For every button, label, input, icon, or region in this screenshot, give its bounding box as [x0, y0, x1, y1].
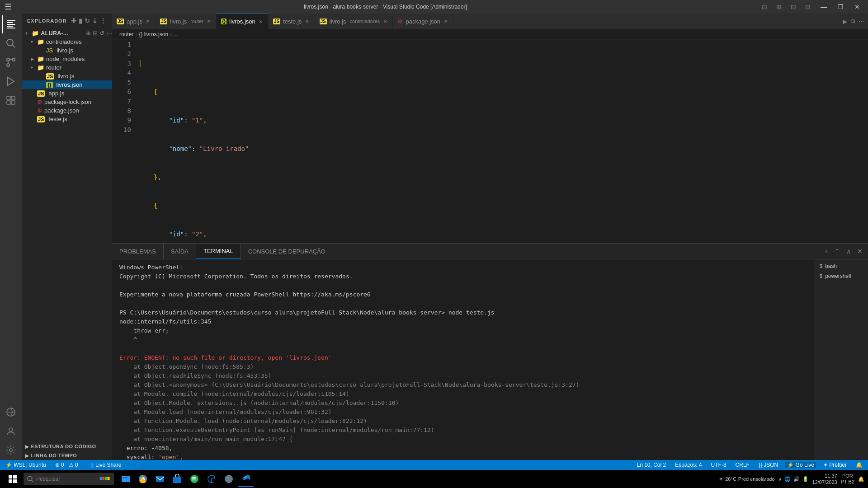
terminal-tab-output[interactable]: SAÍDA — [164, 244, 196, 259]
sidebar-item-package-json[interactable]: ▶ ⚙ package.json — [22, 106, 112, 115]
status-encoding[interactable]: UTF-8 — [709, 462, 728, 468]
code-line-2: { — [138, 87, 841, 97]
status-prettier[interactable]: ✦ Prettier — [821, 462, 849, 468]
tab-livro-js-ctrl-close[interactable]: × — [382, 17, 388, 25]
more-tab-actions[interactable]: ⋯ — [859, 18, 864, 25]
sidebar-item-node-modules[interactable]: ▶ 📁 node_modules — [22, 55, 112, 63]
new-file-btn[interactable]: ⊕ — [86, 30, 91, 37]
project-root-item[interactable]: ▾ 📁 ALURA-... ⊕ ⊞ ↺ ⋯ — [22, 29, 112, 38]
notification-bell[interactable]: 🔔 — [858, 476, 864, 482]
status-errors[interactable]: ⊗ 0 ⚠ 0 — [53, 462, 80, 468]
speaker-icon[interactable]: 🔊 — [793, 476, 800, 482]
sidebar-item-teste-js[interactable]: ▶ JS teste.js — [22, 115, 112, 123]
search-activity-icon[interactable] — [2, 34, 20, 52]
terminal-tab-terminal[interactable]: TERMINAL — [196, 244, 241, 259]
windows-start-button[interactable] — [4, 472, 22, 486]
split-terminal-button[interactable]: ⌃ — [833, 247, 842, 256]
taskbar-search-label: Pesquisar — [36, 476, 60, 482]
timeline-section-header[interactable]: ▶ LINHA DO TEMPO — [22, 451, 112, 460]
breadcrumb-ellipsis[interactable]: ... — [174, 31, 178, 38]
tab-livro-js-router-close[interactable]: × — [206, 17, 212, 25]
terminal-tab-debug-console[interactable]: CONSOLE DE DEPURAÇÃO — [241, 244, 333, 259]
close-terminal-button[interactable]: ✕ — [855, 247, 864, 256]
sidebar-item-livros-json[interactable]: ▶ {} livros.json — [22, 80, 112, 89]
breadcrumb-router[interactable]: router — [119, 31, 133, 38]
remote-activity-icon[interactable] — [2, 403, 20, 421]
debug-activity-icon[interactable] — [2, 72, 20, 90]
taskbar-app-store[interactable] — [169, 471, 185, 487]
taskbar-app-mail[interactable] — [152, 471, 168, 487]
tray-arrow[interactable]: ∧ — [778, 477, 782, 482]
taskbar-app-chrome[interactable] — [135, 471, 151, 487]
sidebar-item-package-lock-json[interactable]: ▶ ⚙ package-lock.json — [22, 98, 112, 106]
terminal-tab-problems[interactable]: PROBLEMAS — [112, 244, 164, 259]
taskbar-app-unknown[interactable] — [221, 471, 237, 487]
explorer-activity-icon[interactable] — [2, 15, 20, 33]
code-content[interactable]: [ { "id": "1", "nome": "Livro irado" }, … — [135, 40, 841, 243]
terminal-body[interactable]: Windows PowerShell Copyright (C) Microso… — [112, 259, 814, 460]
taskbar-language[interactable]: POR PT B2 — [841, 473, 854, 485]
run-button[interactable]: ▶ — [843, 18, 847, 25]
status-notifications[interactable]: 🔔 — [854, 462, 864, 468]
new-file-icon[interactable]: ✚ — [71, 17, 77, 24]
tab-livros-json[interactable]: {} livros.json × — [217, 14, 269, 29]
sidebar-item-livro-js-ctrl[interactable]: ▶ JS livro.js — [22, 46, 112, 55]
breadcrumb-livros-json[interactable]: {} livros.json — [139, 31, 168, 38]
refresh-btn[interactable]: ↺ — [99, 30, 104, 37]
tab-livro-js-ctrl[interactable]: JS livro.js controladores × — [315, 14, 393, 29]
taskbar-app-spotify[interactable] — [186, 471, 203, 487]
tab-package-json-close[interactable]: × — [443, 17, 448, 25]
new-folder-icon[interactable]: ▮ — [79, 17, 83, 24]
more-btn[interactable]: ⋯ — [106, 30, 112, 37]
tab-teste-js[interactable]: JS teste.js × — [269, 14, 315, 29]
terminal-line-22: syscall: 'open', — [119, 453, 807, 460]
terminal-line-1: Windows PowerShell — [119, 263, 807, 272]
structure-section-header[interactable]: ▶ ESTRUTURA DO CÓDIGO — [22, 442, 112, 451]
layout-icon-1: ⊟ — [759, 2, 770, 11]
terminal-shell-bash[interactable]: $ bash — [814, 261, 868, 271]
status-language[interactable]: {} JSON — [757, 462, 780, 468]
battery-icon[interactable]: 🔋 — [802, 476, 809, 482]
new-terminal-button[interactable]: + — [822, 246, 830, 256]
sidebar-item-livro-js-router[interactable]: ▶ JS livro.js — [22, 72, 112, 80]
tab-livros-json-close[interactable]: × — [258, 18, 264, 26]
status-remote[interactable]: ⚡ WSL: Ubuntu — [4, 462, 48, 468]
more-actions-icon[interactable]: ⋮ — [100, 17, 107, 24]
sidebar-item-app-js[interactable]: ▶ JS app.js — [22, 89, 112, 98]
close-button[interactable]: ✕ — [851, 2, 863, 11]
maximize-terminal-button[interactable]: ∧ — [844, 247, 853, 256]
status-go-live[interactable]: ⚡ Go Live — [785, 462, 816, 468]
vscode-menu-icon[interactable]: ☰ — [5, 2, 12, 12]
extensions-activity-icon[interactable] — [2, 91, 20, 109]
status-position[interactable]: Ln 10, Col 2 — [635, 462, 668, 468]
terminal-shell-powershell[interactable]: $ powershell — [814, 271, 868, 281]
tab-livro-js-router[interactable]: JS livro.js router × — [156, 14, 217, 29]
tab-package-json[interactable]: ⚙ package.json × — [393, 14, 453, 29]
taskbar-app-edge[interactable] — [203, 471, 220, 487]
status-spaces[interactable]: Espaços: 4 — [673, 462, 703, 468]
status-live-share[interactable]: 👥 Live Share — [85, 462, 123, 468]
refresh-icon[interactable]: ↻ — [85, 17, 90, 24]
taskbar-app-vscode[interactable] — [238, 471, 254, 487]
settings-activity-icon[interactable] — [2, 441, 20, 459]
collapse-all-icon[interactable]: ⤓ — [92, 17, 98, 24]
taskbar-search[interactable]: Pesquisar — [24, 473, 114, 485]
tab-app-js[interactable]: JS app.js × — [112, 14, 156, 29]
maximize-button[interactable]: ❐ — [834, 2, 847, 11]
taskbar-time-display[interactable]: 11:37 12/07/2023 — [812, 473, 837, 485]
taskbar-app-explorer[interactable] — [118, 471, 134, 487]
account-activity-icon[interactable] — [2, 422, 20, 440]
weather-desc: Pred ensolarado — [738, 476, 775, 482]
source-control-activity-icon[interactable] — [2, 53, 20, 71]
network-icon[interactable]: 🌐 — [784, 476, 791, 482]
tab-app-js-close[interactable]: × — [145, 17, 151, 25]
split-editor-button[interactable]: ⧉ — [851, 18, 855, 25]
sidebar-item-router[interactable]: ▾ 📁 router — [22, 63, 112, 72]
minimize-button[interactable]: — — [817, 2, 830, 11]
taskbar-weather[interactable]: ☀ 26°C Pred ensolarado — [719, 476, 774, 482]
new-folder-btn[interactable]: ⊞ — [93, 30, 98, 37]
status-line-ending[interactable]: CRLF — [734, 462, 751, 468]
tab-teste-js-close[interactable]: × — [304, 17, 310, 25]
code-editor[interactable]: 1 2 3 4 5 6 7 8 9 10 [ { "id": "1", — [112, 40, 868, 243]
sidebar-item-controladores[interactable]: ▾ 📁 controladores — [22, 38, 112, 46]
